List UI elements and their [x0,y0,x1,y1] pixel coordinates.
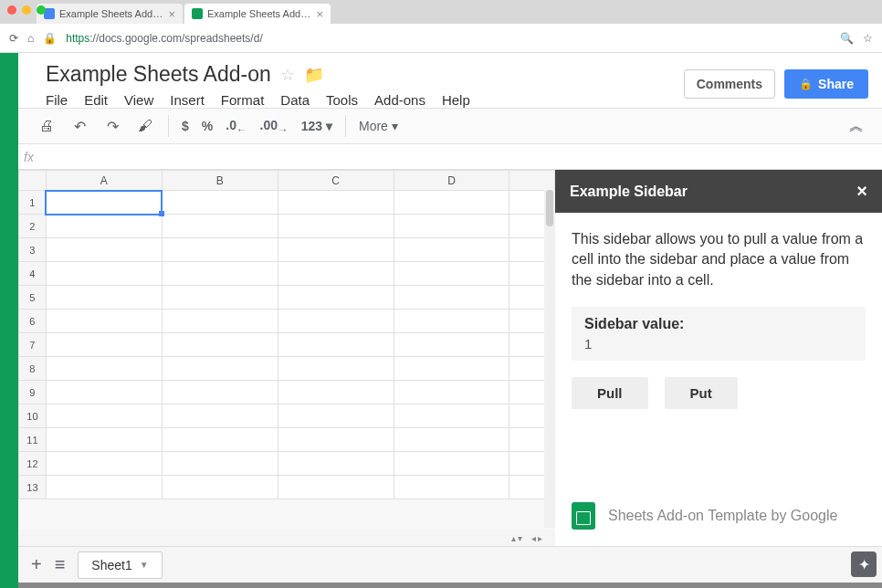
currency-format-button[interactable]: $ [182,119,189,133]
cell[interactable] [46,476,162,499]
row-header[interactable]: 9 [19,381,47,404]
col-header-c[interactable]: C [278,171,394,191]
menu-insert[interactable]: Insert [170,92,205,108]
row-header[interactable]: 1 [19,191,47,215]
minimize-window-icon[interactable] [22,5,31,15]
cell[interactable] [278,428,394,452]
sheet-tab-dropdown-icon[interactable]: ▼ [140,560,149,570]
spreadsheet-grid[interactable]: A B C D 1 2 3 4 5 6 7 8 9 10 1 [18,170,555,546]
all-sheets-icon[interactable]: ≡ [55,554,66,575]
menu-view[interactable]: View [124,92,153,108]
cell[interactable] [394,428,509,452]
undo-icon[interactable]: ↶ [69,116,89,136]
cell[interactable] [278,215,394,238]
cell[interactable] [46,333,162,357]
scroll-left-icon[interactable]: ◂ [531,533,536,543]
menu-tools[interactable]: Tools [326,92,358,108]
cell[interactable] [278,262,394,286]
doc-title[interactable]: Example Sheets Add-on [46,62,271,87]
cell[interactable] [162,191,278,215]
cell[interactable] [46,238,162,262]
print-icon[interactable]: 🖨 [37,116,57,136]
formula-input[interactable] [44,144,882,169]
cell[interactable] [394,191,509,215]
tab-close-icon[interactable]: × [316,7,323,21]
cell[interactable] [46,310,162,333]
menu-file[interactable]: File [46,92,68,108]
cell[interactable] [162,452,278,476]
cell[interactable] [394,404,509,428]
row-header[interactable]: 7 [19,333,47,357]
cell[interactable] [162,404,278,428]
cell[interactable] [46,215,162,238]
percent-format-button[interactable]: % [202,119,213,133]
home-icon[interactable]: ⌂ [27,32,34,45]
cell[interactable] [162,428,278,452]
secure-lock-icon[interactable]: 🔒 [43,32,57,45]
browser-tab-1[interactable]: Example Sheets Add-on × [37,4,183,24]
cell[interactable] [162,286,278,310]
cell[interactable] [162,310,278,333]
row-header[interactable]: 8 [19,357,47,381]
row-header[interactable]: 10 [19,404,47,428]
more-toolbar-button[interactable]: More ▾ [359,119,398,133]
paint-format-icon[interactable]: 🖌 [135,116,155,136]
cell[interactable] [394,476,509,499]
menu-help[interactable]: Help [442,92,470,108]
menu-addons[interactable]: Add-ons [374,92,425,108]
cell[interactable] [162,381,278,404]
cell[interactable] [278,286,394,310]
folder-icon[interactable]: 📁 [304,65,324,85]
cell[interactable] [278,357,394,381]
cell[interactable] [278,238,394,262]
tab-close-icon[interactable]: × [168,7,175,21]
share-button[interactable]: 🔒 Share [784,69,868,99]
row-header[interactable]: 12 [19,452,47,476]
cell[interactable] [394,357,509,381]
cell[interactable] [394,262,509,286]
cell[interactable] [46,262,162,286]
cell[interactable] [394,238,509,262]
cell[interactable] [278,310,394,333]
row-header[interactable]: 4 [19,262,47,286]
row-header[interactable]: 11 [19,428,47,452]
browser-tab-2[interactable]: Example Sheets Add-on - Go... × [184,4,331,24]
scroll-down-icon[interactable]: ▾ [518,533,522,543]
sheet-tab-1[interactable]: Sheet1 ▼ [78,551,162,579]
row-header[interactable]: 13 [19,476,47,499]
cell[interactable] [394,333,509,357]
comments-button[interactable]: Comments [684,69,775,99]
cell[interactable] [46,404,162,428]
cell[interactable] [162,262,278,286]
cell[interactable] [278,333,394,357]
cell[interactable] [394,310,509,333]
cell-a1[interactable] [46,191,162,215]
cell[interactable] [394,452,509,476]
col-header-a[interactable]: A [46,171,162,191]
menu-data[interactable]: Data [280,92,310,108]
add-sheet-icon[interactable]: + [31,554,42,575]
cell[interactable] [278,452,394,476]
increase-decimal-button[interactable]: .00→ [260,118,289,135]
cell[interactable] [278,191,394,215]
cell[interactable] [394,286,509,310]
put-button[interactable]: Put [665,377,738,409]
bookmark-star-icon[interactable]: ☆ [863,32,873,45]
row-header[interactable]: 3 [19,238,47,262]
scroll-right-icon[interactable]: ▸ [538,533,542,543]
col-header-d[interactable]: D [394,171,509,191]
explore-button[interactable]: ✦ [851,551,877,577]
cell[interactable] [162,357,278,381]
row-header[interactable]: 6 [19,310,47,333]
cell[interactable] [162,476,278,499]
cell[interactable] [162,215,278,238]
cell[interactable] [46,357,162,381]
cell[interactable] [162,238,278,262]
menu-edit[interactable]: Edit [84,92,108,108]
collapse-toolbar-icon[interactable]: ︽ [849,117,864,136]
vertical-scrollbar[interactable] [544,190,555,528]
redo-icon[interactable]: ↷ [102,116,122,136]
scrollbar-thumb[interactable] [546,190,553,226]
cell[interactable] [46,286,162,310]
col-header-b[interactable]: B [162,171,278,191]
